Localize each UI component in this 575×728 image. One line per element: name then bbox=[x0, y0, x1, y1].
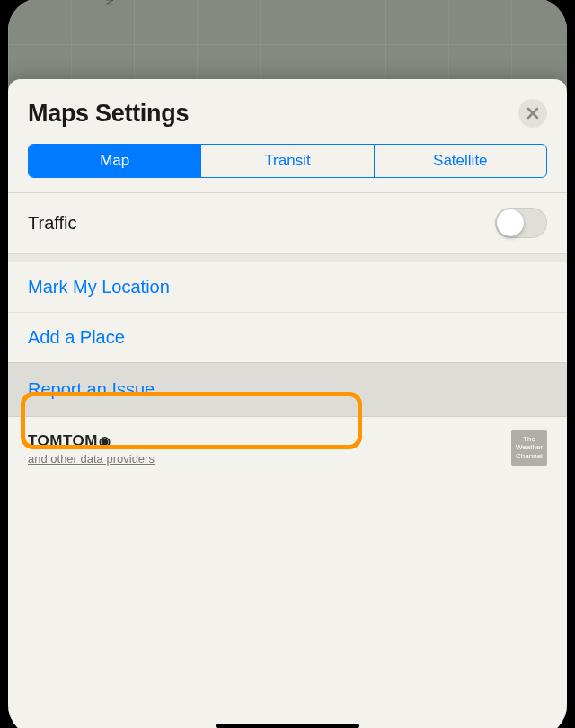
attribution-row: TOMTOM◉ and other data providers The Wea… bbox=[8, 417, 567, 466]
tab-satellite[interactable]: Satellite bbox=[375, 145, 546, 177]
tab-map[interactable]: Map bbox=[29, 145, 201, 177]
report-an-issue-button[interactable]: Report an Issue bbox=[8, 362, 567, 417]
tab-transit[interactable]: Transit bbox=[201, 145, 374, 177]
report-issue-label: Report an Issue bbox=[28, 379, 155, 399]
toggle-knob bbox=[497, 209, 524, 236]
data-providers-link[interactable]: and other data providers bbox=[28, 452, 155, 466]
add-place-label: Add a Place bbox=[28, 327, 125, 348]
add-a-place-button[interactable]: Add a Place bbox=[8, 313, 567, 362]
view-mode-segmented-control[interactable]: Map Transit Satellite bbox=[28, 144, 547, 178]
mark-my-location-button[interactable]: Mark My Location bbox=[8, 262, 567, 313]
close-button[interactable] bbox=[518, 99, 547, 128]
section-divider bbox=[8, 253, 567, 262]
phone-frame: N Blaney Ave Maps Settings Map Transit S… bbox=[0, 0, 575, 728]
screen: N Blaney Ave Maps Settings Map Transit S… bbox=[8, 0, 567, 728]
home-indicator[interactable] bbox=[216, 724, 359, 728]
sheet-title: Maps Settings bbox=[28, 100, 189, 128]
sheet-header: Maps Settings bbox=[8, 79, 567, 144]
tomtom-logo: TOMTOM◉ bbox=[28, 432, 155, 450]
settings-sheet: Maps Settings Map Transit Satellite Traf… bbox=[8, 79, 567, 728]
traffic-label: Traffic bbox=[28, 213, 76, 234]
mark-location-label: Mark My Location bbox=[28, 277, 170, 297]
traffic-row: Traffic bbox=[8, 193, 567, 253]
tomtom-attribution: TOMTOM◉ and other data providers bbox=[28, 432, 155, 466]
weather-channel-badge[interactable]: The Weather Channel bbox=[511, 430, 547, 466]
tomtom-icon: ◉ bbox=[99, 433, 111, 449]
close-icon bbox=[526, 107, 539, 120]
traffic-toggle[interactable] bbox=[495, 208, 547, 238]
